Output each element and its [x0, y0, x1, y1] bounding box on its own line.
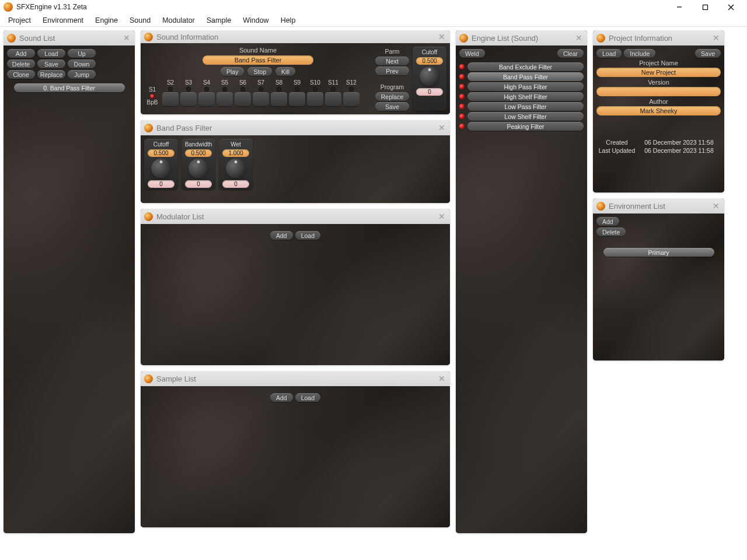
engine-list-item[interactable]: Low Shelf Filter — [459, 112, 584, 121]
close-icon[interactable]: ✕ — [574, 33, 584, 43]
slot-s8[interactable]: S8 — [271, 79, 287, 106]
engine-item-label: High Pass Filter — [467, 82, 584, 91]
panel-icon — [144, 124, 153, 132]
engine-indicator-icon — [459, 64, 465, 69]
knob-dial[interactable] — [226, 159, 246, 178]
next-button[interactable]: Next — [375, 57, 409, 65]
menu-sound[interactable]: Sound — [124, 15, 156, 26]
load-button[interactable]: Load — [295, 231, 320, 240]
add-button[interactable]: Add — [270, 231, 293, 240]
engine-list-item[interactable]: Peaking Filter — [459, 122, 584, 131]
menu-environment[interactable]: Environment — [37, 15, 89, 26]
knob-dial[interactable] — [189, 159, 208, 178]
engine-item-label: Low Shelf Filter — [467, 112, 584, 121]
clear-button[interactable]: Clear — [557, 49, 584, 58]
load-button[interactable]: Load — [37, 49, 65, 58]
menubar: Project Environment Engine Sound Modulat… — [0, 14, 747, 27]
save-button[interactable]: Save — [37, 60, 65, 68]
knob-index[interactable]: 0 — [416, 88, 443, 96]
slot-bpb[interactable]: S1 BpB — [144, 86, 160, 106]
slot-s2[interactable]: S2 — [162, 79, 179, 106]
menu-help[interactable]: Help — [275, 15, 302, 26]
save-button[interactable]: Save — [375, 102, 409, 111]
cutoff-knob-module[interactable]: Cutoff 0.500 0 — [144, 139, 178, 190]
menu-sample[interactable]: Sample — [201, 15, 237, 26]
panel-icon — [144, 374, 153, 383]
engine-indicator-icon — [459, 94, 465, 99]
close-icon[interactable]: ✕ — [711, 201, 721, 211]
add-button[interactable]: Add — [7, 49, 35, 58]
window-minimize-button[interactable] — [666, 0, 692, 14]
close-icon[interactable]: ✕ — [437, 32, 446, 41]
close-icon[interactable]: ✕ — [437, 374, 446, 383]
sound-list-panel: Sound List ✕ Add Load Up Delete Save Dow… — [4, 30, 135, 533]
replace-button[interactable]: Replace — [375, 92, 409, 101]
jump-button[interactable]: Jump — [68, 70, 96, 79]
down-button[interactable]: Down — [68, 60, 96, 68]
slot-s10[interactable]: S10 — [307, 79, 323, 106]
project-version-label: Version — [596, 79, 721, 86]
slot-s5[interactable]: S5 — [217, 79, 233, 106]
load-button[interactable]: Load — [295, 393, 320, 402]
close-icon[interactable]: ✕ — [122, 33, 131, 43]
project-info-panel: Project Information ✕ Load Include Save … — [593, 30, 724, 192]
engine-list-item[interactable]: Band Pass Filter — [459, 72, 584, 81]
delete-button[interactable]: Delete — [596, 228, 626, 236]
add-button[interactable]: Add — [596, 217, 619, 226]
env-list-item[interactable]: Primary — [603, 248, 714, 257]
knob-dial[interactable] — [420, 66, 439, 86]
slot-s9[interactable]: S9 — [289, 79, 305, 106]
menu-modulator[interactable]: Modulator — [156, 15, 201, 26]
close-icon[interactable]: ✕ — [437, 123, 446, 132]
bandwidth-knob-module[interactable]: Bandwidth 0.500 0 — [181, 139, 215, 190]
wet-knob-module[interactable]: Wet 1.000 0 — [219, 139, 253, 190]
play-button[interactable]: Play — [221, 67, 244, 76]
close-icon[interactable]: ✕ — [437, 212, 446, 221]
sound-name-field[interactable]: Band Pass Filter — [203, 55, 313, 65]
panel-title: Sample List — [156, 374, 196, 383]
titlebar: SFXEngine v1.31 Zeta — [0, 0, 747, 14]
load-button[interactable]: Load — [596, 49, 622, 58]
project-name-field[interactable]: New Project — [596, 68, 721, 77]
sound-list-item[interactable]: 0. Band Pass Filter — [14, 83, 125, 92]
panel-icon — [596, 202, 605, 211]
project-author-field[interactable]: Mark Sheeky — [596, 106, 721, 116]
engine-list-item[interactable]: High Shelf Filter — [459, 92, 584, 101]
window-close-button[interactable] — [718, 0, 743, 14]
stop-button[interactable]: Stop — [247, 67, 272, 76]
slot-s6[interactable]: S6 — [235, 79, 251, 106]
menu-project[interactable]: Project — [2, 15, 37, 26]
delete-button[interactable]: Delete — [7, 60, 35, 68]
project-version-field[interactable] — [596, 87, 721, 96]
app-icon — [4, 2, 13, 12]
engine-list-item[interactable]: Low Pass Filter — [459, 102, 584, 111]
clone-button[interactable]: Clone — [7, 70, 35, 79]
knob-dial[interactable] — [151, 159, 171, 178]
slot-s7[interactable]: S7 — [253, 79, 269, 106]
window-maximize-button[interactable] — [692, 0, 718, 14]
up-button[interactable]: Up — [68, 49, 96, 58]
panel-title: Band Pass Filter — [156, 124, 212, 132]
knob-value[interactable]: 0.500 — [416, 57, 443, 65]
add-button[interactable]: Add — [270, 393, 293, 402]
kill-button[interactable]: Kill — [275, 67, 295, 76]
menu-window[interactable]: Window — [237, 15, 274, 26]
close-icon[interactable]: ✕ — [711, 33, 721, 43]
engine-list-item[interactable]: Band Exclude Filter — [459, 62, 584, 71]
include-button[interactable]: Include — [624, 49, 655, 58]
svg-rect-1 — [703, 5, 707, 9]
panel-title: Engine List (Sound) — [472, 34, 538, 43]
engine-item-label: Peaking Filter — [467, 122, 584, 131]
replace-button[interactable]: Replace — [37, 70, 65, 79]
slot-s3[interactable]: S3 — [180, 79, 197, 106]
cutoff-knob-module[interactable]: Cutoff 0.500 0 — [413, 47, 446, 111]
slot-s11[interactable]: S11 — [325, 79, 341, 106]
slot-s4[interactable]: S4 — [198, 79, 215, 106]
prev-button[interactable]: Prev — [375, 66, 409, 75]
save-button[interactable]: Save — [695, 49, 721, 58]
engine-list-item[interactable]: High Pass Filter — [459, 82, 584, 91]
menu-engine[interactable]: Engine — [89, 15, 124, 26]
engine-indicator-icon — [459, 84, 465, 89]
weld-button[interactable]: Weld — [459, 49, 485, 58]
slot-s12[interactable]: S12 — [343, 79, 359, 106]
